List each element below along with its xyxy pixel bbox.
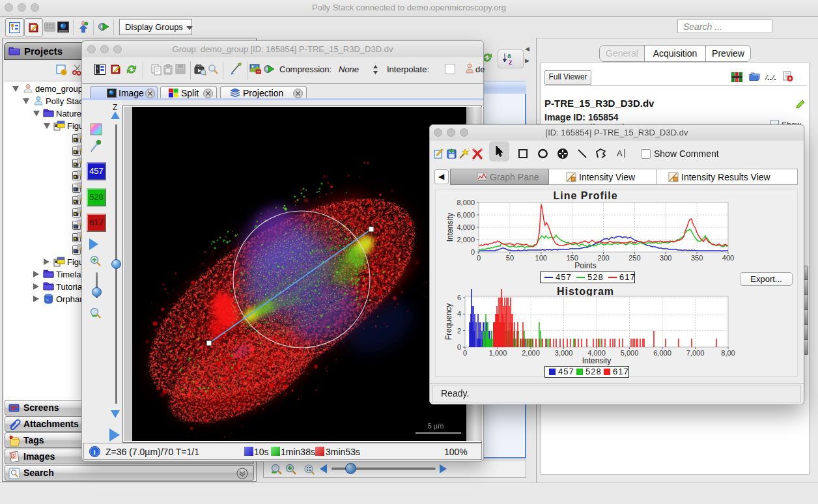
svg-text:Line Profile: Line Profile [553,190,617,201]
svg-text:6,000: 6,000 [653,349,671,357]
svg-text:4: 4 [457,310,461,318]
svg-text:8,000: 8,000 [457,199,475,206]
svg-text:Intensity: Intensity [445,213,455,242]
svg-text:6,000: 6,000 [457,211,475,219]
svg-text:2: 2 [457,327,461,335]
svg-text:1,000: 1,000 [489,349,507,357]
svg-text:200: 200 [597,254,609,262]
svg-text:i: i [94,448,96,456]
svg-text:4,000: 4,000 [457,223,475,231]
svg-text:0: 0 [471,248,475,256]
svg-text:7,000: 7,000 [686,349,705,357]
svg-text:z: z [509,58,513,66]
svg-text:/../.: /../. [765,72,776,82]
svg-text:8,00: 8,00 [721,349,735,357]
svg-text:5,000: 5,000 [621,349,639,357]
svg-text:250: 250 [628,254,640,262]
svg-text:0: 0 [477,254,481,262]
svg-text:2,000: 2,000 [457,236,475,244]
svg-text:Intensity: Intensity [582,356,612,365]
svg-text:A: A [617,148,623,158]
svg-text:0: 0 [457,343,461,351]
svg-text:Frequency: Frequency [444,303,453,341]
svg-text:300: 300 [660,254,671,262]
svg-text:50: 50 [506,254,514,262]
svg-text:400: 400 [722,254,734,262]
svg-text:5 µm: 5 µm [428,422,444,430]
svg-text:350: 350 [691,254,703,262]
svg-text:6: 6 [457,294,461,301]
svg-text:100: 100 [535,254,547,262]
svg-text:Points: Points [574,261,596,270]
svg-text:3,000: 3,000 [555,349,573,357]
svg-text:Histogram: Histogram [557,286,614,297]
svg-text:0: 0 [463,349,467,357]
svg-text:2,000: 2,000 [522,349,540,357]
